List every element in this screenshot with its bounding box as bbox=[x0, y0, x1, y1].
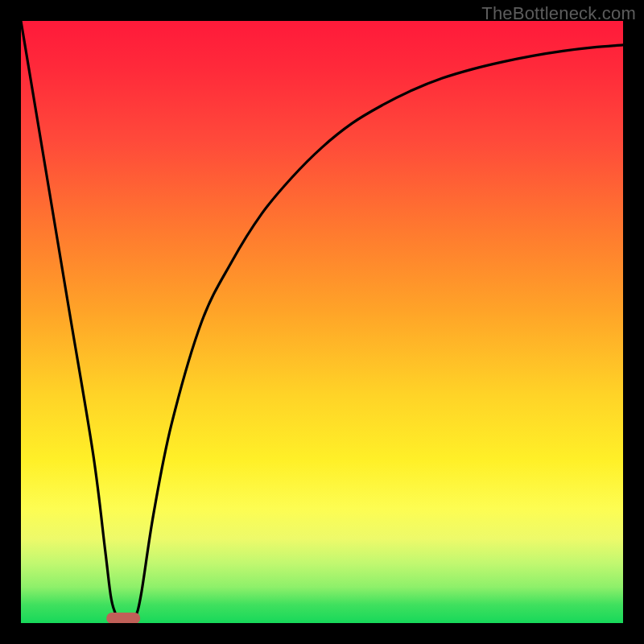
chart-frame: TheBottleneck.com bbox=[0, 0, 644, 644]
plot-area bbox=[21, 21, 623, 623]
watermark-label: TheBottleneck.com bbox=[481, 3, 636, 24]
bottleneck-curve bbox=[21, 21, 623, 623]
